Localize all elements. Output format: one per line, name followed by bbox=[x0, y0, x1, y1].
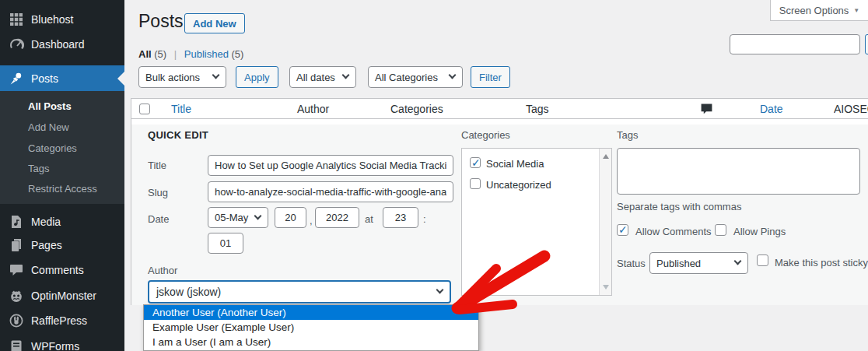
select-all-checkbox[interactable] bbox=[139, 104, 150, 114]
allow-pings-checkbox[interactable] bbox=[715, 224, 726, 236]
sidebar-item-label: Dashboard bbox=[31, 38, 85, 51]
category-label-social-media: Social Media bbox=[486, 158, 544, 170]
author-field-label: Author bbox=[148, 265, 177, 276]
slug-input[interactable] bbox=[208, 181, 453, 202]
chevron-down-icon bbox=[342, 72, 350, 79]
date-at-label: at bbox=[365, 213, 373, 225]
column-header-tags: Tags bbox=[526, 103, 549, 115]
date-colon: : bbox=[423, 213, 426, 225]
day-input[interactable] bbox=[275, 207, 306, 228]
submenu-item-tags[interactable]: Tags bbox=[28, 163, 49, 174]
monster-icon bbox=[9, 288, 24, 304]
tags-textarea[interactable] bbox=[617, 148, 860, 195]
sticky-checkbox[interactable] bbox=[757, 254, 768, 266]
column-header-author: Author bbox=[297, 103, 329, 115]
categories-scrollbar[interactable] bbox=[599, 149, 611, 295]
sidebar-item-comments[interactable]: Comments bbox=[0, 258, 124, 283]
month-select[interactable]: 05-May bbox=[208, 207, 268, 228]
date-field-label: Date bbox=[148, 213, 169, 225]
allow-comments-checkbox[interactable] bbox=[617, 224, 628, 236]
sidebar-item-label: Posts bbox=[31, 72, 58, 85]
wordpress-admin-screen: Bluehost Dashboard Posts All Posts Add N… bbox=[0, 0, 868, 351]
slug-field-label: Slug bbox=[148, 187, 168, 198]
chevron-down-icon: ▼ bbox=[853, 7, 859, 14]
filter-button[interactable]: Filter bbox=[471, 66, 510, 88]
sidebar-item-label: Media bbox=[31, 216, 61, 228]
status-field-label: Status bbox=[617, 258, 646, 269]
date-comma: , bbox=[310, 215, 313, 226]
screen-options-label: Screen Options bbox=[779, 5, 849, 16]
sidebar-item-wpforms[interactable]: WPForms bbox=[0, 334, 124, 351]
all-dates-value: All dates bbox=[296, 72, 335, 83]
admin-sidebar: Bluehost Dashboard Posts All Posts Add N… bbox=[0, 0, 124, 351]
posts-submenu: All Posts Add New Categories Tags Restri… bbox=[0, 91, 124, 204]
title-input[interactable] bbox=[208, 155, 453, 176]
sidebar-item-label: Comments bbox=[31, 264, 84, 276]
all-categories-select[interactable]: All Categories bbox=[368, 66, 463, 88]
minute-input[interactable] bbox=[208, 233, 243, 254]
bulk-actions-select[interactable]: Bulk actions bbox=[138, 66, 226, 88]
allow-pings-label: Allow Pings bbox=[733, 226, 786, 237]
active-menu-notch bbox=[117, 72, 124, 86]
pages-icon bbox=[9, 237, 24, 253]
screen-options-button[interactable]: Screen Options ▼ bbox=[770, 0, 868, 21]
search-input[interactable] bbox=[730, 34, 860, 54]
sidebar-item-posts[interactable]: Posts bbox=[0, 65, 124, 91]
author-option-another-user[interactable]: Another User (Another User) bbox=[144, 305, 478, 320]
author-select[interactable]: jskow (jskow) bbox=[148, 280, 451, 304]
author-dropdown-list: Another User (Another User) Example User… bbox=[143, 304, 479, 351]
grid-icon bbox=[9, 12, 24, 27]
view-all-link[interactable]: All bbox=[138, 48, 152, 60]
category-checkbox-social-media[interactable] bbox=[470, 157, 481, 168]
sidebar-item-label: RafflePress bbox=[31, 314, 87, 327]
category-checkbox-uncategorized[interactable] bbox=[470, 178, 481, 189]
chevron-down-icon bbox=[449, 72, 457, 79]
status-select-value: Published bbox=[656, 258, 701, 269]
submenu-item-restrict-access[interactable]: Restrict Access bbox=[28, 183, 97, 195]
bulk-actions-value: Bulk actions bbox=[145, 72, 200, 83]
submenu-item-all-posts[interactable]: All Posts bbox=[28, 100, 72, 112]
author-option-i-am-a-user[interactable]: I am a User (I am a User) bbox=[144, 335, 478, 349]
posts-table-header: Title Author Categories Tags Date AIOSEO… bbox=[131, 98, 868, 119]
quick-edit-heading: QUICK EDIT bbox=[148, 129, 208, 141]
dashboard-icon bbox=[9, 37, 24, 52]
chevron-down-icon bbox=[212, 72, 220, 79]
sidebar-item-pages[interactable]: Pages bbox=[0, 233, 124, 258]
chevron-down-icon bbox=[436, 286, 444, 294]
sidebar-item-label: WPForms bbox=[31, 340, 79, 351]
submenu-item-categories[interactable]: Categories bbox=[28, 142, 77, 154]
submenu-item-add-new[interactable]: Add New bbox=[28, 121, 69, 133]
form-icon bbox=[9, 339, 24, 351]
search-posts-button[interactable] bbox=[865, 34, 868, 54]
sidebar-item-media[interactable]: Media bbox=[0, 209, 124, 234]
month-value: 05-May bbox=[215, 212, 248, 223]
sidebar-item-label: OptinMonster bbox=[31, 290, 96, 302]
author-select-value: jskow (jskow) bbox=[156, 286, 221, 298]
author-option-example-user[interactable]: Example User (Example User) bbox=[144, 320, 478, 335]
all-dates-select[interactable]: All dates bbox=[289, 66, 356, 88]
sidebar-item-optinmonster[interactable]: OptinMonster bbox=[0, 283, 124, 308]
view-published-count: (5) bbox=[232, 48, 244, 60]
categories-panel-label: Categories bbox=[461, 129, 510, 141]
media-icon bbox=[9, 214, 24, 230]
comments-column-icon[interactable] bbox=[700, 103, 713, 116]
sidebar-item-dashboard[interactable]: Dashboard bbox=[0, 31, 124, 58]
scroll-down-icon bbox=[603, 285, 609, 290]
sidebar-item-bluehost[interactable]: Bluehost bbox=[0, 6, 124, 33]
sidebar-item-rafflepress[interactable]: RafflePress bbox=[0, 308, 124, 333]
year-input[interactable] bbox=[315, 207, 359, 228]
all-categories-value: All Categories bbox=[375, 72, 438, 83]
post-views-links: All (5) | Published (5) bbox=[138, 48, 243, 60]
view-published-link[interactable]: Published bbox=[184, 48, 229, 60]
column-header-title[interactable]: Title bbox=[171, 103, 191, 115]
comment-icon bbox=[9, 262, 24, 278]
column-header-date[interactable]: Date bbox=[760, 103, 783, 115]
add-new-button[interactable]: Add New bbox=[184, 13, 245, 33]
hour-input[interactable] bbox=[383, 207, 418, 228]
pushpin-icon bbox=[9, 71, 24, 86]
chevron-down-icon bbox=[254, 212, 262, 219]
categories-checklist-box: Social Media Uncategorized bbox=[461, 148, 612, 296]
apply-button[interactable]: Apply bbox=[236, 66, 278, 88]
sidebar-item-label: Pages bbox=[31, 239, 62, 251]
status-select[interactable]: Published bbox=[649, 252, 748, 274]
